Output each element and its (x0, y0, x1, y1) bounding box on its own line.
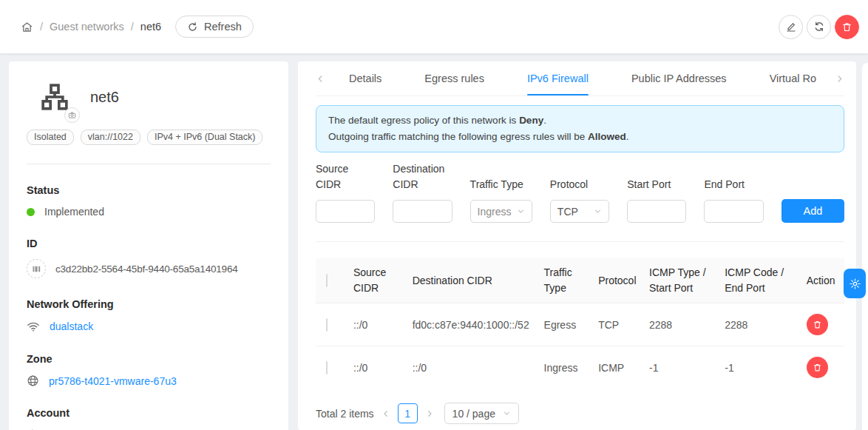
status-section: Status Implemented (27, 184, 271, 218)
cell-source-cidr: ::/0 (347, 303, 407, 346)
col-icmp-code-end-port: ICMP Code / End Port (719, 258, 800, 303)
network-offering-section: Network Offering dualstack (27, 298, 271, 333)
delete-rule-button[interactable] (807, 314, 828, 335)
chevron-down-icon (517, 207, 525, 215)
top-bar: / Guest networks / net6 Refresh (0, 0, 868, 53)
col-action: Action (801, 258, 844, 303)
chevron-down-icon (503, 409, 511, 417)
status-dot-icon (27, 208, 35, 216)
tabs-scroll-left-button[interactable] (316, 61, 325, 95)
zone-label: Zone (27, 353, 271, 365)
cell-protocol: ICMP (592, 346, 643, 389)
status-value: Implemented (44, 206, 104, 218)
source-cidr-input[interactable] (316, 200, 375, 223)
wifi-icon (27, 320, 40, 333)
refresh-button[interactable]: Refresh (175, 16, 254, 38)
col-destination-cidr: Destination CIDR (407, 258, 538, 303)
page-size-select[interactable]: 10 / page (444, 403, 519, 424)
tag-ip-stack: IPv4 + IPv6 (Dual Stack) (147, 130, 263, 145)
destination-cidr-label: Destination CIDR (393, 161, 452, 192)
header-actions (779, 15, 859, 39)
home-icon[interactable] (21, 21, 33, 33)
destination-cidr-input[interactable] (393, 200, 452, 223)
row-checkbox[interactable] (326, 318, 328, 332)
delete-network-button[interactable] (835, 15, 859, 39)
alert-line-2: Outgoing traffic matching the following … (328, 129, 832, 145)
cell-destination-cidr: fd0c:c87e:9440:1000::/52 (407, 303, 538, 346)
zone-link[interactable]: pr5786-t4021-vmware-67u3 (49, 375, 177, 387)
divider (27, 164, 271, 164)
account-label: Account (27, 407, 271, 419)
globe-icon (27, 374, 39, 387)
tab-egress-rules[interactable]: Egress rules (424, 61, 484, 95)
sync-icon (813, 21, 825, 33)
tab-bar: Details Egress rules IPv6 Firewall Publi… (316, 61, 844, 96)
alert-line-1: The default egress policy of this networ… (328, 112, 832, 129)
page-number-button[interactable]: 1 (398, 403, 418, 423)
prev-page-button[interactable] (380, 408, 392, 420)
zone-section: Zone pr5786-t4021-vmware-67u3 (27, 353, 271, 387)
tab-public-ip-addresses[interactable]: Public IP Addresses (631, 61, 727, 95)
id-label: ID (27, 238, 271, 249)
resource-info-card: net6 Isolated vlan://1022 IPv4 + IPv6 (D… (9, 61, 288, 430)
pencil-icon (785, 21, 797, 33)
col-icmp-type-start-port: ICMP Type / Start Port (643, 258, 719, 303)
page-title: net6 (90, 89, 119, 106)
end-port-input[interactable] (704, 200, 763, 223)
egress-policy-alert: The default egress policy of this networ… (316, 105, 844, 152)
tag-vlan: vlan://1022 (81, 130, 140, 145)
cell-icmp-code-end-port: -1 (719, 346, 800, 389)
chevron-down-icon (594, 207, 602, 215)
source-cidr-label: Source CIDR (316, 161, 375, 192)
network-tags: Isolated vlan://1022 IPv4 + IPv6 (Dual S… (27, 130, 271, 145)
tab-ipv6-firewall[interactable]: IPv6 Firewall (527, 61, 589, 95)
tab-details[interactable]: Details (349, 61, 382, 95)
breadcrumb: / Guest networks / net6 Refresh (21, 16, 254, 38)
add-rule-button[interactable]: Add (781, 199, 844, 223)
breadcrumb-guest-networks[interactable]: Guest networks (50, 21, 124, 33)
restart-button[interactable] (807, 15, 831, 39)
traffic-type-select[interactable]: Ingress (470, 200, 532, 223)
barcode-icon (27, 259, 46, 278)
end-port-label: End Port (704, 177, 763, 192)
side-panel-edge (862, 63, 868, 430)
divider (316, 241, 844, 242)
cell-icmp-type-start-port: 2288 (643, 303, 719, 346)
table-header-row: Source CIDR Destination CIDR Traffic Typ… (316, 258, 844, 303)
network-id-value: c3d22bb2-5564-45bf-9440-65a5a1401964 (55, 263, 238, 275)
next-page-button[interactable] (424, 408, 435, 420)
start-port-label: Start Port (627, 177, 686, 192)
cell-icmp-code-end-port: 2288 (719, 303, 800, 346)
col-traffic-type: Traffic Type (538, 258, 593, 303)
trash-icon (813, 320, 822, 329)
col-source-cidr: Source CIDR (347, 258, 407, 303)
protocol-select[interactable]: TCP (550, 200, 609, 223)
cell-destination-cidr: ::/0 (407, 346, 538, 389)
account-section: Account admin (27, 407, 271, 430)
reload-icon (187, 21, 198, 33)
tabs-scroll-right-button[interactable] (833, 61, 844, 95)
status-label: Status (27, 184, 271, 196)
cell-traffic-type: Ingress (538, 346, 593, 389)
network-offering-label: Network Offering (27, 298, 271, 310)
select-all-checkbox[interactable] (326, 274, 328, 287)
tab-virtual-routers[interactable]: Virtual Ro (770, 61, 816, 95)
settings-button[interactable] (844, 269, 866, 298)
table-row: ::/0 ::/0 Ingress ICMP -1 -1 (316, 346, 844, 389)
firewall-rules-table: Source CIDR Destination CIDR Traffic Typ… (316, 258, 844, 389)
row-checkbox[interactable] (326, 361, 328, 374)
add-rule-form: Source CIDR Destination CIDR Traffic Typ… (316, 161, 844, 223)
tag-isolated: Isolated (27, 130, 74, 145)
start-port-input[interactable] (627, 200, 686, 223)
edit-button[interactable] (779, 15, 803, 39)
breadcrumb-current: net6 (140, 21, 161, 33)
id-section: ID c3d22bb2-5564-45bf-9440-65a5a1401964 (27, 238, 271, 278)
pagination: Total 2 items 1 10 / page (316, 403, 844, 424)
protocol-label: Protocol (550, 177, 609, 192)
network-icon (40, 82, 69, 112)
cell-traffic-type: Egress (538, 303, 593, 346)
network-offering-link[interactable]: dualstack (50, 320, 93, 332)
total-items-label: Total 2 items (316, 408, 374, 420)
upload-image-button[interactable] (64, 107, 80, 123)
delete-rule-button[interactable] (807, 357, 828, 378)
